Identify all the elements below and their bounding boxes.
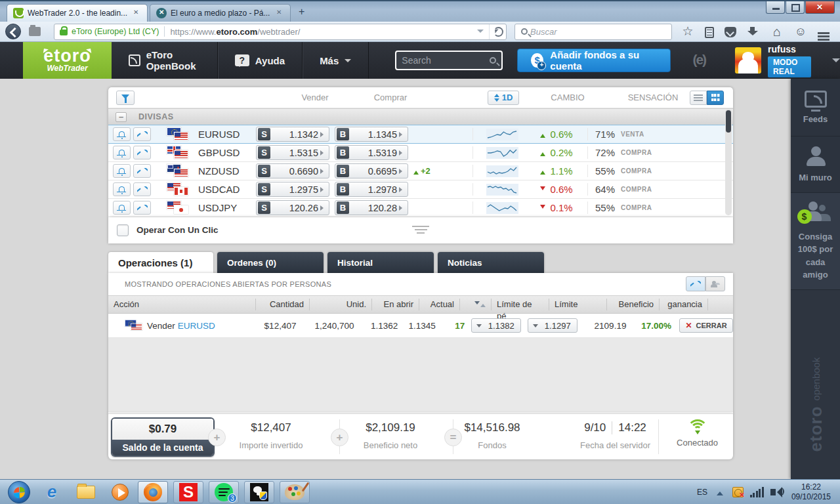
url-dropdown-icon[interactable] — [477, 30, 484, 36]
alert-bell-button[interactable] — [113, 164, 131, 178]
nav-ayuda[interactable]: ? Ayuda — [218, 42, 303, 79]
col-ganancia[interactable]: ganancia — [660, 299, 708, 310]
tab-close-icon[interactable] — [132, 9, 141, 18]
pair-link[interactable]: EURUSD — [178, 321, 215, 331]
col-unid[interactable]: Unid. — [310, 299, 372, 310]
open-chart-button[interactable] — [133, 182, 151, 196]
antivirus-taskbar-button[interactable] — [244, 481, 274, 503]
firefox-taskbar-button[interactable] — [138, 481, 168, 503]
pair-name[interactable]: NZDUSD — [198, 165, 256, 177]
col-beneficio[interactable]: Beneficio — [607, 299, 660, 310]
explorer-button[interactable] — [74, 482, 98, 503]
buy-button[interactable]: B120.28 — [335, 200, 408, 215]
open-chart-button[interactable] — [133, 146, 151, 159]
recent-pages-icon[interactable] — [29, 27, 41, 36]
col-accion[interactable]: Acción — [108, 299, 256, 310]
scrollbar-thumb[interactable] — [726, 110, 731, 133]
tab-historial[interactable]: Historial — [327, 252, 434, 273]
close-trade-button[interactable]: ✕CERRAR — [679, 318, 733, 333]
balance-box[interactable]: $0.79 Saldo de la cuenta — [111, 417, 215, 457]
scrollbar[interactable] — [725, 109, 732, 215]
col-actual[interactable]: Actual — [419, 299, 460, 310]
tab-operaciones[interactable]: Operaciones (1) — [108, 252, 213, 273]
browser-search[interactable]: Buscar — [514, 24, 672, 40]
pair-name[interactable]: GBPUSD — [198, 147, 256, 158]
url-bar[interactable]: eToro (Europe) Ltd (CY) https://www.etor… — [54, 24, 507, 40]
start-button[interactable] — [8, 481, 30, 503]
open-chart-button[interactable] — [133, 201, 151, 215]
open-chart-button[interactable] — [133, 127, 151, 141]
sell-button[interactable]: S1.5315 — [256, 145, 329, 160]
period-selector[interactable]: 1D — [488, 91, 519, 105]
taskbar-clock[interactable]: 16:22 09/10/2015 — [791, 482, 831, 502]
add-funds-button[interactable]: $ Añadir fondos a su cuenta — [517, 49, 671, 72]
pocket-icon[interactable] — [724, 27, 736, 37]
stop-loss-dropdown[interactable]: 1.1382 — [471, 318, 521, 333]
open-chart-button[interactable] — [133, 164, 151, 178]
resize-grip-icon[interactable] — [412, 224, 429, 236]
spotify-taskbar-button[interactable]: 3 — [209, 481, 239, 503]
chevron-down-icon[interactable] — [832, 58, 840, 66]
signal-bars-icon[interactable] — [750, 487, 764, 497]
home-icon[interactable] — [770, 25, 784, 38]
buy-button[interactable]: B1.5319 — [335, 145, 408, 160]
minimize-button[interactable] — [766, 1, 785, 14]
alert-bell-button[interactable] — [113, 182, 131, 196]
filter-button[interactable] — [116, 91, 135, 105]
col-limite-perdidas[interactable]: Límite de pé — [492, 299, 549, 310]
platform-search-input[interactable]: Search — [395, 51, 503, 70]
bookmark-star-icon[interactable] — [681, 25, 694, 38]
language-indicator[interactable]: ES — [697, 488, 707, 497]
sell-button[interactable]: S1.1342 — [256, 127, 329, 142]
network-error-icon[interactable] — [732, 487, 744, 497]
nav-mas[interactable]: Más — [303, 42, 369, 79]
browser-tab-webtrader[interactable]: WebTrader 2.0 - the leadin... — [7, 4, 148, 22]
pair-name[interactable]: USDJPY — [198, 202, 256, 213]
s-app-taskbar-button[interactable]: S — [173, 481, 203, 503]
hidden-icons-arrow[interactable] — [717, 488, 723, 495]
quote-row-usdjpy[interactable]: USDJPY S120.26 B120.28 0.1% 55%COMPRA — [108, 199, 733, 217]
speaker-icon[interactable] — [770, 489, 776, 495]
back-button[interactable] — [5, 24, 21, 39]
list-view-button[interactable] — [690, 91, 707, 105]
close-button[interactable] — [805, 1, 835, 14]
nav-openbook[interactable]: eToro OpenBook — [112, 42, 218, 79]
tab-ordenes[interactable]: Ordenes (0) — [217, 252, 324, 273]
sell-button[interactable]: S1.2975 — [256, 182, 329, 197]
paint-taskbar-button[interactable] — [280, 481, 310, 503]
browser-tab-news[interactable]: El euro a medio plazo - Pá... — [150, 4, 291, 22]
downloads-icon[interactable] — [747, 25, 760, 38]
collapse-group-button[interactable]: – — [116, 112, 127, 122]
take-profit-dropdown[interactable]: 1.1297 — [528, 318, 578, 333]
restore-button[interactable] — [786, 1, 805, 14]
pair-name[interactable]: USDCAD — [198, 184, 256, 195]
media-player-button[interactable] — [108, 482, 133, 503]
quote-row-usdcad[interactable]: USDCAD S1.2975 B1.2978 0.6% 64%COMPRA — [108, 180, 733, 199]
col-limite[interactable]: Límite — [549, 299, 607, 310]
buy-button[interactable]: B0.6695 — [335, 163, 408, 178]
internet-explorer-button[interactable]: e — [39, 482, 64, 503]
new-tab-button[interactable] — [294, 7, 311, 20]
quote-row-nzdusd[interactable]: NZDUSD S0.6690 B0.6695 +2 1.1% 55%COMPRA — [108, 162, 733, 180]
alert-bell-button[interactable] — [113, 146, 131, 159]
tab-noticias[interactable]: Noticias — [438, 252, 544, 273]
quote-row-gbpusd[interactable]: GBPUSD S1.5315 B1.5319 0.2% 72%COMPRA — [108, 144, 733, 162]
tab-close-icon[interactable] — [275, 9, 284, 18]
alert-bell-button[interactable] — [113, 127, 131, 141]
grid-view-button[interactable] — [707, 91, 724, 105]
buy-button[interactable]: B1.2978 — [335, 182, 408, 197]
sell-button[interactable]: S120.26 — [256, 200, 329, 215]
one-click-checkbox[interactable] — [117, 224, 129, 236]
col-pips[interactable] — [460, 299, 492, 310]
quote-row-eurusd[interactable]: EURUSD S1.1342 B1.1345 0.6% 71%VENTA — [108, 125, 733, 144]
chart-view-button[interactable] — [686, 276, 705, 291]
alert-bell-button[interactable] — [113, 201, 131, 215]
col-cantidad[interactable]: Cantidad — [256, 299, 310, 310]
buy-button[interactable]: B1.1345 — [335, 127, 408, 142]
menu-icon[interactable] — [818, 32, 830, 34]
sell-button[interactable]: S0.6690 — [256, 163, 329, 178]
hello-icon[interactable] — [794, 25, 807, 38]
operation-row[interactable]: Vender EURUSD $12,407 1,240,700 1.1362 1… — [108, 314, 733, 338]
user-menu[interactable]: rufuss MODO REAL — [735, 44, 840, 77]
sidebar-item-feeds[interactable]: Feeds — [791, 79, 840, 136]
